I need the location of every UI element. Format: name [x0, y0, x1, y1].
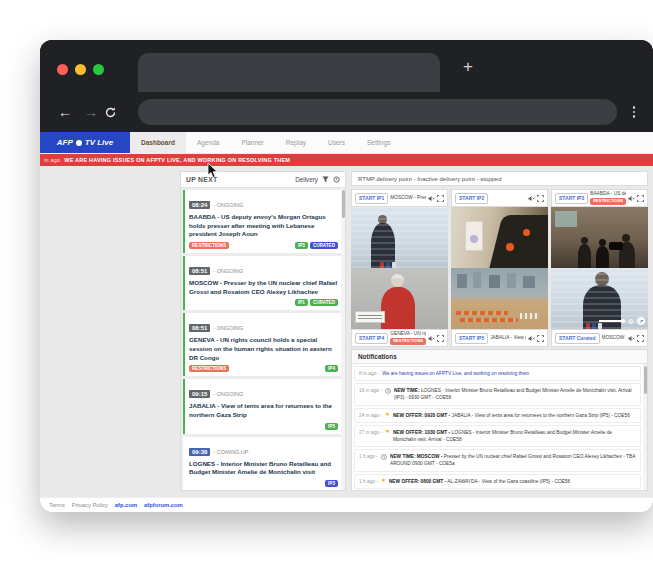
alert-banner: m ago WE ARE HAVING ISSUES ON AFPTV LIVE… — [40, 154, 653, 166]
video-thumbnail-ip2[interactable] — [451, 207, 548, 268]
stream-label-ip1: MOSCOW - Presser by t... — [390, 195, 426, 201]
video-thumbnail-ip3-baabda[interactable] — [551, 207, 648, 268]
event-card-jabalia[interactable]: 09:15- ONGOING JABALIA - View of tents a… — [183, 379, 343, 433]
forward-icon[interactable]: → — [78, 104, 104, 120]
seek-bar[interactable] — [599, 320, 625, 322]
reload-icon[interactable] — [104, 106, 130, 119]
event-time-badge: 08:51 — [189, 267, 210, 275]
tab-replay[interactable]: Replay — [275, 132, 317, 153]
tab-dashboard[interactable]: Dashboard — [130, 132, 186, 153]
footer-link-terms[interactable]: Terms — [49, 502, 65, 508]
event-title: JABALIA - View of tents area for returne… — [189, 402, 338, 419]
fullscreen-icon[interactable] — [437, 195, 444, 202]
fullscreen-icon[interactable] — [537, 195, 544, 202]
up-next-header: UP NEXT Delivery — [181, 172, 345, 188]
event-time-badge: 09:38 — [189, 448, 210, 456]
star-icon: ★ — [385, 429, 390, 435]
close-window-button[interactable] — [57, 64, 68, 75]
start-ip1-button[interactable]: START IP1 — [355, 193, 388, 204]
mute-icon[interactable] — [628, 335, 635, 342]
back-icon[interactable]: ← — [52, 104, 78, 120]
video-thumbnail-ip1-moscow[interactable] — [351, 207, 448, 268]
notification-text: NEW OFFER: 1030 GMT - LOGNES - Interior … — [393, 429, 636, 443]
event-time-badge: 08:51 — [189, 324, 210, 332]
stream-toolbar-ip1: START IP1 MOSCOW - Presser by t... — [351, 189, 448, 207]
video-thumbnail-curated-moscow[interactable]: ⚙ ↗ — [551, 268, 648, 329]
star-icon: ★ — [381, 478, 386, 484]
browser-menu-icon[interactable] — [627, 106, 641, 118]
notification-row[interactable]: 27 m ago - ★ NEW OFFER: 1030 GMT - LOGNE… — [354, 425, 641, 447]
start-ip2-button[interactable]: START IP2 — [455, 193, 488, 204]
notification-row[interactable]: 16 m ago - NEW TIME: LOGNES - Interior M… — [354, 383, 641, 405]
event-status: - ONGOING — [213, 268, 243, 274]
notification-text: NEW OFFER: 0800 GMT - AL-ZAWAYDA - View … — [389, 478, 570, 485]
player-settings-icon[interactable]: ⚙ — [628, 318, 634, 325]
fullscreen-icon[interactable] — [437, 335, 444, 342]
pip-icon[interactable]: ↗ — [637, 317, 645, 325]
maximize-window-button[interactable] — [93, 64, 104, 75]
stream-label-ip4: GENEVA - UN rights cou... RESTRICTIONS — [390, 331, 426, 345]
event-title: LOGNES - Interior Minister Bruno Retaill… — [189, 460, 338, 477]
delivery-point-badge: IP3 — [295, 242, 308, 249]
notification-text: We are having issues on AFPTV Live, and … — [382, 370, 529, 377]
notification-row[interactable]: 8 m ago - We are having issues on AFPTV … — [354, 366, 641, 381]
mute-icon[interactable] — [628, 195, 635, 202]
browser-tab[interactable] — [138, 53, 440, 92]
stream-label-ip5: JABALIA - View of tents ... — [490, 335, 526, 341]
notifications-header: Notifications — [352, 350, 647, 364]
event-status: - ONGOING — [213, 325, 243, 331]
start-ip5-button[interactable]: START IP5 — [455, 333, 488, 344]
tab-agenda[interactable]: Agenda — [186, 132, 230, 153]
video-grid: START IP1 MOSCOW - Presser by t... — [351, 189, 648, 347]
clock-icon — [385, 388, 391, 394]
stream-toolbar-ip2: START IP2 — [451, 189, 548, 207]
footer-link-afpforum[interactable]: afpforum.com — [144, 502, 183, 508]
mute-icon[interactable] — [428, 335, 435, 342]
fullscreen-icon[interactable] — [637, 195, 644, 202]
notification-time: 1 h ago - — [359, 453, 378, 460]
star-icon: ★ — [385, 412, 390, 418]
new-tab-button[interactable]: + — [458, 57, 478, 77]
event-status: - ONGOING — [213, 391, 243, 397]
fullscreen-icon[interactable] — [637, 335, 644, 342]
notification-row[interactable]: 1 h ago - ★ NEW OFFER: 0800 GMT - AL-ZAW… — [354, 474, 641, 489]
mute-icon[interactable] — [528, 335, 535, 342]
video-thumbnail-ip4-geneva[interactable] — [351, 268, 448, 329]
delivery-point-badge: IP4 — [325, 365, 338, 372]
event-card-lognes[interactable]: 09:38- COMING UP LOGNES - Interior Minis… — [183, 437, 343, 490]
fullscreen-icon[interactable] — [537, 335, 544, 342]
notification-time: 24 m ago - — [359, 412, 382, 419]
browser-window: + ← → AFP TV Live Dashboard Agenda Plann… — [40, 40, 653, 512]
tab-users[interactable]: Users — [317, 132, 356, 153]
footer-link-privacy[interactable]: Privacy Policy — [72, 502, 108, 508]
tab-settings[interactable]: Settings — [356, 132, 402, 153]
stream-toolbar-curated: START Curated MOSCOW - Pres... — [551, 329, 648, 347]
stream-toolbar-ip4: START IP4 GENEVA - UN rights cou... REST… — [351, 329, 448, 347]
start-curated-button[interactable]: START Curated — [555, 333, 600, 344]
event-card-geneva[interactable]: 08:51- ONGOING GENEVA - UN rights counci… — [183, 313, 343, 376]
tab-planner[interactable]: Planner — [230, 132, 274, 153]
mute-icon[interactable] — [528, 195, 535, 202]
up-next-scrollbar[interactable] — [341, 188, 345, 490]
event-status: - COMING UP — [213, 449, 248, 455]
notification-row[interactable]: 1 h ago - NEW TIME: MOSCOW - Presser by … — [354, 449, 641, 471]
filter-funnel-icon[interactable] — [322, 176, 329, 183]
start-ip4-button[interactable]: START IP4 — [355, 333, 388, 344]
reset-filter-icon[interactable] — [333, 176, 340, 183]
delivery-filter-label[interactable]: Delivery — [295, 176, 318, 183]
event-card-baabda[interactable]: 08:24- ONGOING BAABDA - US deputy envoy'… — [183, 190, 343, 253]
clock-icon — [381, 454, 387, 460]
mute-icon[interactable] — [428, 195, 435, 202]
notification-time: 16 m ago - — [359, 387, 382, 394]
footer-link-afp[interactable]: afp.com — [115, 502, 137, 508]
address-bar[interactable] — [138, 99, 617, 125]
delivery-point-badge: IP5 — [325, 423, 338, 430]
notification-time: 8 m ago - — [359, 370, 379, 377]
notification-row[interactable]: 24 m ago - ★ NEW OFFER: 0920 GMT - JABAL… — [354, 408, 641, 423]
video-thumbnail-ip5-jabalia[interactable] — [451, 268, 548, 329]
notifications-scrollbar[interactable] — [643, 364, 647, 490]
up-next-panel: UP NEXT Delivery 08:24- ONGOING BAABDA -… — [180, 171, 346, 491]
event-card-moscow[interactable]: 08:51- ONGOING MOSCOW - Presser by the U… — [183, 256, 343, 310]
start-ip3-button[interactable]: START IP3 — [555, 193, 588, 204]
minimize-window-button[interactable] — [75, 64, 86, 75]
